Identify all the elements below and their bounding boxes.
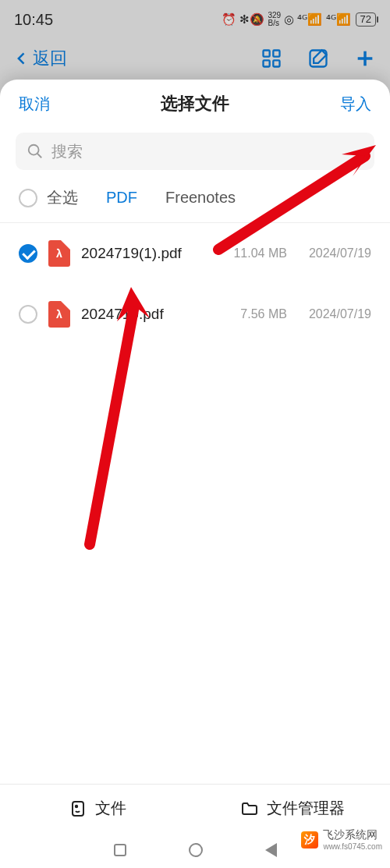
file-size: 11.04 MB	[226, 246, 287, 260]
search-icon	[27, 143, 44, 160]
svg-rect-3	[273, 60, 279, 66]
compose-icon[interactable]	[307, 48, 329, 69]
file-icon	[69, 799, 87, 818]
file-checkbox-icon[interactable]	[19, 305, 37, 324]
add-icon[interactable]	[354, 48, 376, 69]
file-checkbox-icon[interactable]	[19, 244, 37, 263]
sheet-header: 取消 选择文件 导入	[0, 80, 390, 128]
status-time: 10:45	[14, 11, 53, 29]
bottom-file-button[interactable]: 文件	[0, 785, 195, 832]
file-name: 2024719(1).pdf	[81, 245, 215, 262]
search-placeholder: 搜索	[51, 141, 83, 162]
filter-row: 全选 PDF Freenotes	[0, 181, 390, 222]
folder-icon	[240, 799, 259, 818]
grid-view-icon[interactable]	[261, 48, 282, 69]
select-all-label: 全选	[47, 187, 78, 208]
bottom-manager-button[interactable]: 文件管理器	[195, 785, 390, 832]
home-icon[interactable]	[189, 843, 203, 857]
sheet-title: 选择文件	[161, 92, 229, 115]
bottom-bar: 文件 文件管理器	[0, 784, 390, 832]
file-row[interactable]: 2024719(1).pdf 11.04 MB 2024/07/19	[0, 223, 390, 284]
tab-pdf[interactable]: PDF	[106, 189, 137, 207]
svg-rect-9	[73, 802, 83, 816]
svg-point-10	[76, 805, 77, 806]
status-bar: 10:45 ⏰ ✻🔕 329B/s ◎ ⁴ᴳ📶 ⁴ᴳ📶 72	[0, 0, 390, 39]
search-input[interactable]: 搜索	[16, 133, 374, 170]
file-date: 2024/07/19	[309, 246, 371, 260]
tab-freenotes[interactable]: Freenotes	[165, 189, 236, 207]
pdf-icon	[48, 301, 70, 328]
pdf-icon	[48, 240, 70, 267]
back-button[interactable]: 返回	[14, 47, 67, 70]
select-all-checkbox[interactable]: 全选	[19, 187, 78, 208]
svg-line-8	[37, 154, 42, 158]
app-nav: 返回	[0, 39, 390, 78]
back-icon[interactable]	[265, 843, 277, 857]
watermark-logo-icon: 汐	[301, 831, 318, 849]
bottom-manager-label: 文件管理器	[267, 798, 345, 819]
file-picker-sheet: 取消 选择文件 导入 搜索 全选 PDF Freenotes 2024719(1…	[0, 80, 390, 868]
bottom-file-label: 文件	[95, 798, 126, 819]
checkbox-icon	[19, 189, 37, 207]
file-date: 2024/07/19	[309, 307, 371, 321]
recent-apps-icon[interactable]	[114, 844, 126, 856]
watermark: 汐 飞沙系统网 www.fs0745.com	[298, 827, 385, 852]
file-name: 2024719.pdf	[81, 306, 215, 323]
svg-rect-0	[264, 51, 270, 57]
svg-point-7	[29, 145, 39, 155]
watermark-name: 飞沙系统网	[323, 828, 378, 841]
import-button[interactable]: 导入	[340, 94, 371, 115]
watermark-url: www.fs0745.com	[323, 842, 382, 851]
file-row[interactable]: 2024719.pdf 7.56 MB 2024/07/19	[0, 284, 390, 345]
file-size: 7.56 MB	[226, 307, 287, 321]
file-list[interactable]: 2024719(1).pdf 11.04 MB 2024/07/19 20247…	[0, 223, 390, 868]
battery-icon: 72	[356, 12, 376, 27]
cancel-button[interactable]: 取消	[19, 94, 50, 115]
svg-rect-2	[264, 60, 270, 66]
back-label: 返回	[33, 47, 67, 70]
svg-rect-1	[273, 51, 279, 57]
status-indicators: ⏰ ✻🔕 329B/s ◎ ⁴ᴳ📶 ⁴ᴳ📶 72	[222, 12, 376, 27]
